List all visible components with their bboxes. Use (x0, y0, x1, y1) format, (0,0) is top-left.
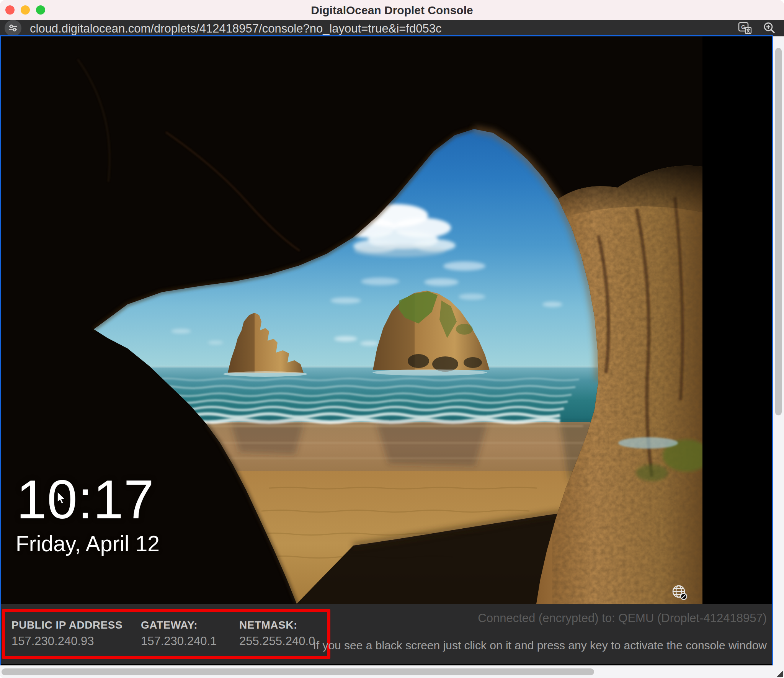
console-screen[interactable]: 10:17 Friday, April 12 (1, 36, 772, 604)
horizontal-scrollbar-track[interactable] (0, 665, 773, 678)
droplet-console: 10:17 Friday, April 12 PUBLIC IP ADDRESS… (0, 35, 773, 667)
zoom-in-icon[interactable] (762, 21, 777, 36)
app-window: DigitalOcean Droplet Console cloud.digit… (0, 0, 784, 678)
tune-icon (9, 24, 17, 32)
url-text[interactable]: cloud.digitalocean.com/droplets/41241895… (30, 20, 441, 36)
vertical-scrollbar-track[interactable] (773, 36, 784, 678)
gateway-label: GATEWAY: (141, 619, 198, 631)
netmask-value: 255.255.240.0 (239, 634, 315, 648)
resize-grip[interactable] (776, 670, 783, 677)
public-ip-label: PUBLIC IP ADDRESS (11, 619, 122, 631)
globe-no-internet-icon (671, 584, 689, 601)
mouse-cursor-icon (57, 491, 67, 504)
public-ip-value: 157.230.240.93 (11, 634, 94, 648)
console-status-bar: PUBLIC IP ADDRESS 157.230.240.93 GATEWAY… (1, 604, 772, 664)
console-hint: If you see a black screen just click on … (313, 639, 767, 652)
gateway-value: 157.230.240.1 (141, 634, 217, 648)
netmask-label: NETMASK: (239, 619, 297, 631)
address-bar: cloud.digitalocean.com/droplets/41241895… (0, 20, 784, 36)
lock-screen-date: Friday, April 12 (16, 531, 160, 556)
site-settings-icon[interactable] (5, 20, 21, 36)
vertical-scrollbar-thumb[interactable] (775, 48, 782, 415)
lock-screen-time: 10:17 (16, 468, 154, 531)
translate-icon[interactable]: G (737, 21, 753, 36)
horizontal-scrollbar-thumb[interactable] (2, 668, 594, 675)
connection-status: Connected (encrypted) to: QEMU (Droplet-… (478, 611, 767, 625)
red-annotation-box (2, 609, 330, 659)
window-title: DigitalOcean Droplet Console (0, 0, 784, 20)
titlebar: DigitalOcean Droplet Console (0, 0, 784, 20)
